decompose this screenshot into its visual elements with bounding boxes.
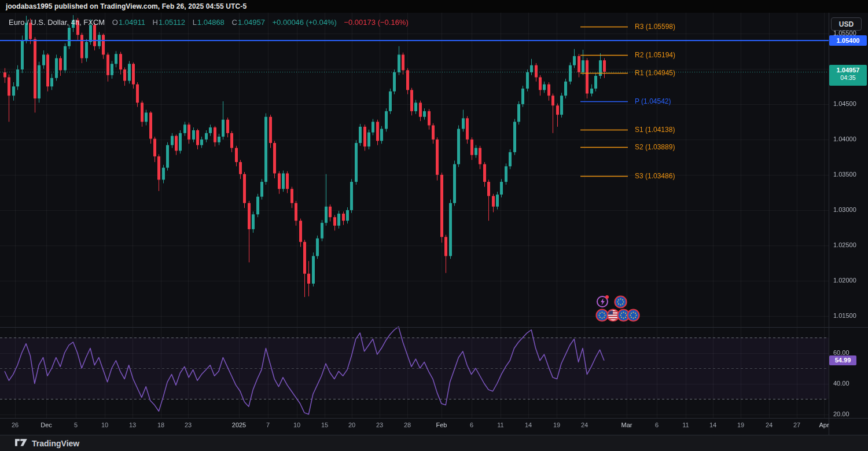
last-price-badge: 1.04957 04:35 [829, 65, 867, 86]
tradingview-logo-text[interactable]: TradingView [32, 439, 79, 448]
time-tick-label: 15 [321, 421, 328, 428]
time-tick-label: 19 [737, 421, 744, 428]
time-tick-label: 10 [101, 421, 108, 428]
footer-bar: TradingView [0, 435, 868, 451]
time-tick-label: 23 [185, 421, 192, 428]
time-tick-label: 5 [74, 421, 78, 428]
time-tick-label: 26 [12, 421, 19, 428]
close-label: C [231, 18, 237, 27]
rsi-tick-label: 20.00 [833, 410, 849, 417]
tradingview-chart-page: joodabas1995 published on TradingView.co… [0, 0, 868, 451]
pivot-label-s2: S2 (1.03889) [635, 143, 675, 151]
time-tick-label: Apr [819, 421, 829, 428]
open-value: 1.04911 [119, 18, 145, 27]
time-tick-label: 7 [266, 421, 270, 428]
change2-value: −0.00173 (−0.16%) [344, 18, 408, 27]
time-tick-label: 20 [348, 421, 355, 428]
low-label: L [193, 18, 197, 27]
price-tick-label: 1.03500 [833, 171, 856, 178]
time-tick-label: 6 [470, 421, 473, 428]
time-tick-label: 13 [129, 421, 136, 428]
time-tick-label: 6 [655, 421, 659, 428]
rsi-value-badge: 54.99 [829, 355, 856, 365]
time-tick-label: 24 [766, 421, 773, 428]
time-tick-label: 27 [793, 421, 800, 428]
low-value: 1.04868 [197, 18, 225, 27]
change-value: +0.00046 (+0.04%) [273, 18, 337, 27]
pivot-label-r3: R3 (1.05598) [635, 23, 675, 31]
time-tick-label: 14 [525, 421, 532, 428]
close-value: 1.04957 [238, 18, 265, 27]
pivot-label-r1: R1 (1.04945) [635, 69, 675, 77]
alert-price-value: 1.05400 [837, 37, 860, 44]
price-tick-label: 1.02500 [833, 241, 856, 248]
time-tick-label: 18 [157, 421, 164, 428]
price-tick-label: 1.03000 [833, 206, 856, 213]
rsi-value: 54.99 [835, 357, 851, 364]
price-tick-label: 1.04000 [833, 135, 856, 142]
published-header: joodabas1995 published on TradingView.co… [0, 0, 868, 13]
time-tick-label: 11 [682, 421, 689, 428]
time-tick-label: 10 [293, 421, 300, 428]
last-price-value: 1.04957 [829, 67, 867, 74]
time-tick-label: 23 [376, 421, 383, 428]
time-tick-label: 19 [553, 421, 560, 428]
currency-usd-button[interactable]: USD [831, 17, 862, 31]
published-line: joodabas1995 published on TradingView.co… [6, 2, 247, 10]
rsi-tick-label: 40.00 [833, 380, 849, 387]
price-tick-label: 1.04500 [833, 100, 856, 107]
time-tick-label: Mar [621, 421, 632, 428]
time-tick-label: 14 [709, 421, 716, 428]
time-tick-label: Dec [41, 421, 52, 428]
alert-price-badge: 1.05400 [829, 35, 867, 46]
time-tick-label: 2025 [232, 421, 246, 428]
open-label: O [112, 18, 118, 27]
tradingview-logo-icon[interactable] [15, 439, 28, 448]
chart-canvas[interactable] [0, 0, 868, 451]
time-tick-label: Feb [436, 421, 447, 428]
high-label: H [153, 18, 158, 27]
pivot-label-p: P (1.04542) [635, 97, 671, 105]
bar-countdown: 04:35 [829, 74, 867, 81]
eu-flag-event-icon[interactable] [627, 309, 640, 324]
flash-event-icon[interactable] [596, 295, 609, 310]
price-tick-label: 1.01500 [833, 312, 856, 319]
symbol-legend: Euro / U.S. Dollar, 4h, FXCM O1.04911 H1… [9, 18, 409, 27]
pivot-label-r2: R2 (1.05194) [635, 51, 675, 59]
price-tick-label: 1.02000 [833, 277, 856, 284]
currency-label: USD [839, 20, 854, 28]
symbol-title[interactable]: Euro / U.S. Dollar, 4h, FXCM [9, 18, 105, 27]
pivot-label-s1: S1 (1.04138) [635, 126, 675, 134]
time-tick-label: 24 [581, 421, 588, 428]
high-value: 1.05112 [159, 18, 185, 27]
rsi-tick-label: 60.00 [833, 349, 849, 356]
time-tick-label: 11 [497, 421, 503, 428]
time-tick-label: 28 [404, 421, 411, 428]
pivot-label-s3: S3 (1.03486) [635, 172, 675, 180]
